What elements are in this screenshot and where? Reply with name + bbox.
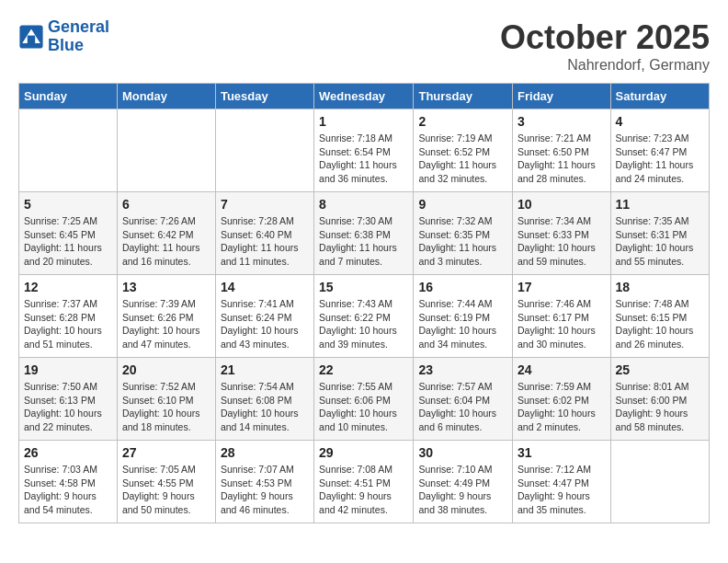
day-number: 22: [319, 362, 408, 377]
day-info: Sunrise: 7:37 AM Sunset: 6:28 PM Dayligh…: [24, 297, 112, 351]
day-info: Sunrise: 7:55 AM Sunset: 6:06 PM Dayligh…: [319, 380, 408, 434]
day-info: Sunrise: 7:28 AM Sunset: 6:40 PM Dayligh…: [221, 214, 309, 269]
calendar-cell: 28Sunrise: 7:07 AM Sunset: 4:53 PM Dayli…: [215, 441, 313, 523]
header-monday: Monday: [117, 84, 215, 109]
day-number: 31: [518, 445, 606, 460]
day-info: Sunrise: 7:44 AM Sunset: 6:19 PM Dayligh…: [418, 297, 507, 351]
day-info: Sunrise: 7:41 AM Sunset: 6:24 PM Dayligh…: [221, 297, 309, 351]
calendar-cell: [610, 441, 709, 523]
calendar-cell: 12Sunrise: 7:37 AM Sunset: 6:28 PM Dayli…: [19, 275, 118, 358]
day-info: Sunrise: 7:59 AM Sunset: 6:02 PM Dayligh…: [518, 380, 606, 434]
calendar-cell: 20Sunrise: 7:52 AM Sunset: 6:10 PM Dayli…: [117, 358, 215, 441]
logo-blue: Blue: [48, 37, 109, 55]
day-info: Sunrise: 7:26 AM Sunset: 6:42 PM Dayligh…: [122, 214, 210, 269]
calendar-cell: [117, 109, 215, 192]
day-info: Sunrise: 7:34 AM Sunset: 6:33 PM Dayligh…: [518, 214, 606, 269]
calendar-header-row: Sunday Monday Tuesday Wednesday Thursday…: [19, 84, 710, 109]
day-info: Sunrise: 7:54 AM Sunset: 6:08 PM Dayligh…: [221, 380, 309, 434]
day-info: Sunrise: 7:50 AM Sunset: 6:13 PM Dayligh…: [24, 380, 112, 434]
day-number: 5: [24, 197, 112, 212]
calendar-cell: 10Sunrise: 7:34 AM Sunset: 6:33 PM Dayli…: [513, 192, 611, 275]
header-tuesday: Tuesday: [215, 84, 313, 109]
calendar-cell: 8Sunrise: 7:30 AM Sunset: 6:38 PM Daylig…: [314, 192, 414, 275]
header-wednesday: Wednesday: [314, 84, 414, 109]
day-number: 16: [418, 280, 507, 294]
title-block: October 2025 Nahrendorf, Germany: [500, 18, 710, 74]
day-number: 19: [24, 362, 112, 377]
logo-icon: [18, 24, 44, 50]
calendar-cell: 13Sunrise: 7:39 AM Sunset: 6:26 PM Dayli…: [117, 275, 215, 358]
day-number: 7: [221, 197, 309, 212]
day-number: 2: [418, 114, 507, 129]
calendar-week-3: 12Sunrise: 7:37 AM Sunset: 6:28 PM Dayli…: [19, 275, 710, 358]
day-info: Sunrise: 7:19 AM Sunset: 6:52 PM Dayligh…: [418, 132, 507, 186]
header-thursday: Thursday: [414, 84, 513, 109]
calendar-cell: 22Sunrise: 7:55 AM Sunset: 6:06 PM Dayli…: [314, 358, 414, 441]
day-number: 1: [319, 114, 408, 129]
calendar-week-2: 5Sunrise: 7:25 AM Sunset: 6:45 PM Daylig…: [19, 192, 710, 275]
day-info: Sunrise: 7:46 AM Sunset: 6:17 PM Dayligh…: [518, 297, 606, 351]
day-number: 3: [518, 114, 606, 129]
calendar-week-1: 1Sunrise: 7:18 AM Sunset: 6:54 PM Daylig…: [19, 109, 710, 192]
day-number: 17: [518, 280, 606, 294]
day-number: 6: [122, 197, 210, 212]
calendar-cell: [19, 109, 118, 192]
day-info: Sunrise: 7:03 AM Sunset: 4:58 PM Dayligh…: [24, 463, 112, 517]
month-title: October 2025: [500, 18, 710, 57]
day-info: Sunrise: 7:23 AM Sunset: 6:47 PM Dayligh…: [616, 132, 704, 186]
day-number: 20: [122, 362, 210, 377]
day-info: Sunrise: 7:32 AM Sunset: 6:35 PM Dayligh…: [418, 214, 507, 269]
location: Nahrendorf, Germany: [500, 57, 710, 74]
calendar-cell: 29Sunrise: 7:08 AM Sunset: 4:51 PM Dayli…: [314, 441, 414, 523]
day-number: 11: [616, 197, 704, 212]
header-friday: Friday: [513, 84, 611, 109]
header-saturday: Saturday: [610, 84, 709, 109]
day-number: 8: [319, 197, 408, 212]
day-number: 27: [122, 445, 210, 460]
day-number: 23: [418, 362, 507, 377]
calendar-cell: 11Sunrise: 7:35 AM Sunset: 6:31 PM Dayli…: [610, 192, 709, 275]
logo: General Blue: [18, 18, 109, 55]
day-info: Sunrise: 7:35 AM Sunset: 6:31 PM Dayligh…: [616, 214, 704, 269]
calendar-cell: 19Sunrise: 7:50 AM Sunset: 6:13 PM Dayli…: [19, 358, 118, 441]
calendar-cell: 6Sunrise: 7:26 AM Sunset: 6:42 PM Daylig…: [117, 192, 215, 275]
calendar-cell: [215, 109, 313, 192]
day-number: 21: [221, 362, 309, 377]
calendar-cell: 9Sunrise: 7:32 AM Sunset: 6:35 PM Daylig…: [414, 192, 513, 275]
day-number: 14: [221, 280, 309, 294]
calendar-cell: 15Sunrise: 7:43 AM Sunset: 6:22 PM Dayli…: [314, 275, 414, 358]
calendar-cell: 4Sunrise: 7:23 AM Sunset: 6:47 PM Daylig…: [610, 109, 709, 192]
calendar-cell: 25Sunrise: 8:01 AM Sunset: 6:00 PM Dayli…: [610, 358, 709, 441]
day-number: 10: [518, 197, 606, 212]
day-info: Sunrise: 7:07 AM Sunset: 4:53 PM Dayligh…: [221, 463, 309, 517]
logo-general: General: [48, 17, 109, 36]
logo-text: General Blue: [48, 18, 109, 55]
day-info: Sunrise: 7:57 AM Sunset: 6:04 PM Dayligh…: [418, 380, 507, 434]
calendar-cell: 17Sunrise: 7:46 AM Sunset: 6:17 PM Dayli…: [513, 275, 611, 358]
day-number: 18: [616, 280, 704, 294]
day-number: 24: [518, 362, 606, 377]
calendar-cell: 18Sunrise: 7:48 AM Sunset: 6:15 PM Dayli…: [610, 275, 709, 358]
calendar-cell: 2Sunrise: 7:19 AM Sunset: 6:52 PM Daylig…: [414, 109, 513, 192]
day-info: Sunrise: 8:01 AM Sunset: 6:00 PM Dayligh…: [616, 380, 704, 434]
day-info: Sunrise: 7:21 AM Sunset: 6:50 PM Dayligh…: [518, 132, 606, 186]
calendar-cell: 7Sunrise: 7:28 AM Sunset: 6:40 PM Daylig…: [215, 192, 313, 275]
calendar-cell: 21Sunrise: 7:54 AM Sunset: 6:08 PM Dayli…: [215, 358, 313, 441]
day-info: Sunrise: 7:18 AM Sunset: 6:54 PM Dayligh…: [319, 132, 408, 186]
header-sunday: Sunday: [19, 84, 118, 109]
page-header: General Blue October 2025 Nahrendorf, Ge…: [18, 18, 710, 74]
calendar-cell: 30Sunrise: 7:10 AM Sunset: 4:49 PM Dayli…: [414, 441, 513, 523]
day-info: Sunrise: 7:48 AM Sunset: 6:15 PM Dayligh…: [616, 297, 704, 351]
calendar-cell: 14Sunrise: 7:41 AM Sunset: 6:24 PM Dayli…: [215, 275, 313, 358]
day-number: 29: [319, 445, 408, 460]
calendar-cell: 16Sunrise: 7:44 AM Sunset: 6:19 PM Dayli…: [414, 275, 513, 358]
calendar-week-4: 19Sunrise: 7:50 AM Sunset: 6:13 PM Dayli…: [19, 358, 710, 441]
day-info: Sunrise: 7:08 AM Sunset: 4:51 PM Dayligh…: [319, 463, 408, 517]
day-number: 28: [221, 445, 309, 460]
calendar-cell: 24Sunrise: 7:59 AM Sunset: 6:02 PM Dayli…: [513, 358, 611, 441]
calendar-cell: 31Sunrise: 7:12 AM Sunset: 4:47 PM Dayli…: [513, 441, 611, 523]
calendar-cell: 3Sunrise: 7:21 AM Sunset: 6:50 PM Daylig…: [513, 109, 611, 192]
calendar-cell: 27Sunrise: 7:05 AM Sunset: 4:55 PM Dayli…: [117, 441, 215, 523]
day-number: 15: [319, 280, 408, 294]
calendar-cell: 23Sunrise: 7:57 AM Sunset: 6:04 PM Dayli…: [414, 358, 513, 441]
